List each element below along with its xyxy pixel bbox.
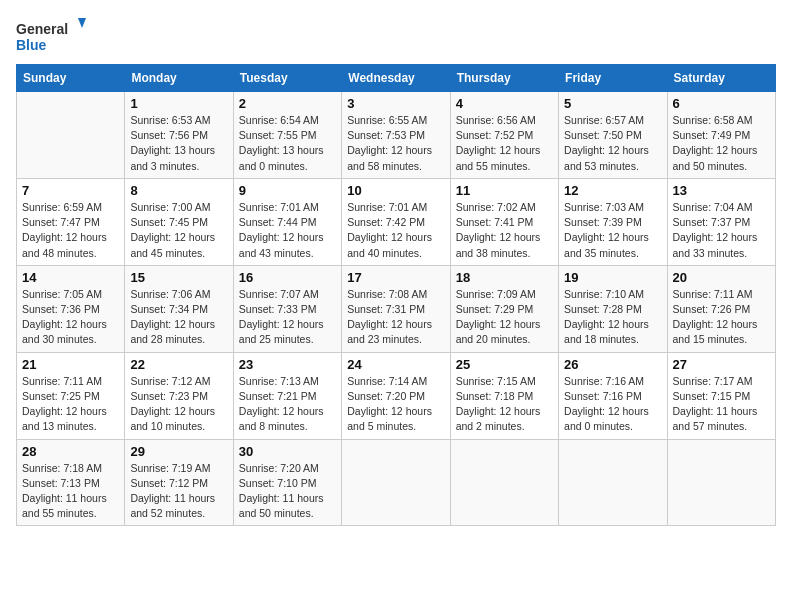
day-info: Sunrise: 7:09 AMSunset: 7:29 PMDaylight:… [456, 287, 553, 348]
day-cell: 13Sunrise: 7:04 AMSunset: 7:37 PMDayligh… [667, 178, 775, 265]
day-info: Sunrise: 7:00 AMSunset: 7:45 PMDaylight:… [130, 200, 227, 261]
day-number: 25 [456, 357, 553, 372]
weekday-header-thursday: Thursday [450, 65, 558, 92]
day-info: Sunrise: 7:06 AMSunset: 7:34 PMDaylight:… [130, 287, 227, 348]
day-info: Sunrise: 6:53 AMSunset: 7:56 PMDaylight:… [130, 113, 227, 174]
day-info: Sunrise: 7:04 AMSunset: 7:37 PMDaylight:… [673, 200, 770, 261]
day-info: Sunrise: 7:18 AMSunset: 7:13 PMDaylight:… [22, 461, 119, 522]
weekday-header-saturday: Saturday [667, 65, 775, 92]
day-cell [17, 92, 125, 179]
day-info: Sunrise: 7:07 AMSunset: 7:33 PMDaylight:… [239, 287, 336, 348]
day-number: 18 [456, 270, 553, 285]
day-cell [559, 439, 667, 526]
day-number: 6 [673, 96, 770, 111]
day-cell: 10Sunrise: 7:01 AMSunset: 7:42 PMDayligh… [342, 178, 450, 265]
day-cell: 7Sunrise: 6:59 AMSunset: 7:47 PMDaylight… [17, 178, 125, 265]
day-number: 19 [564, 270, 661, 285]
day-info: Sunrise: 7:19 AMSunset: 7:12 PMDaylight:… [130, 461, 227, 522]
day-info: Sunrise: 6:59 AMSunset: 7:47 PMDaylight:… [22, 200, 119, 261]
day-cell: 19Sunrise: 7:10 AMSunset: 7:28 PMDayligh… [559, 265, 667, 352]
day-cell: 30Sunrise: 7:20 AMSunset: 7:10 PMDayligh… [233, 439, 341, 526]
day-cell: 8Sunrise: 7:00 AMSunset: 7:45 PMDaylight… [125, 178, 233, 265]
day-info: Sunrise: 7:01 AMSunset: 7:42 PMDaylight:… [347, 200, 444, 261]
day-info: Sunrise: 7:15 AMSunset: 7:18 PMDaylight:… [456, 374, 553, 435]
weekday-header-wednesday: Wednesday [342, 65, 450, 92]
weekday-header-tuesday: Tuesday [233, 65, 341, 92]
day-cell: 23Sunrise: 7:13 AMSunset: 7:21 PMDayligh… [233, 352, 341, 439]
day-number: 26 [564, 357, 661, 372]
day-info: Sunrise: 7:08 AMSunset: 7:31 PMDaylight:… [347, 287, 444, 348]
week-row-3: 14Sunrise: 7:05 AMSunset: 7:36 PMDayligh… [17, 265, 776, 352]
day-number: 5 [564, 96, 661, 111]
day-number: 17 [347, 270, 444, 285]
day-number: 12 [564, 183, 661, 198]
day-info: Sunrise: 7:11 AMSunset: 7:26 PMDaylight:… [673, 287, 770, 348]
day-number: 23 [239, 357, 336, 372]
day-info: Sunrise: 7:11 AMSunset: 7:25 PMDaylight:… [22, 374, 119, 435]
day-number: 7 [22, 183, 119, 198]
weekday-header-monday: Monday [125, 65, 233, 92]
logo: General Blue [16, 16, 86, 56]
day-cell: 5Sunrise: 6:57 AMSunset: 7:50 PMDaylight… [559, 92, 667, 179]
week-row-1: 1Sunrise: 6:53 AMSunset: 7:56 PMDaylight… [17, 92, 776, 179]
day-cell: 16Sunrise: 7:07 AMSunset: 7:33 PMDayligh… [233, 265, 341, 352]
day-number: 14 [22, 270, 119, 285]
day-cell: 11Sunrise: 7:02 AMSunset: 7:41 PMDayligh… [450, 178, 558, 265]
day-number: 3 [347, 96, 444, 111]
day-info: Sunrise: 6:54 AMSunset: 7:55 PMDaylight:… [239, 113, 336, 174]
day-cell: 14Sunrise: 7:05 AMSunset: 7:36 PMDayligh… [17, 265, 125, 352]
day-cell: 28Sunrise: 7:18 AMSunset: 7:13 PMDayligh… [17, 439, 125, 526]
day-number: 8 [130, 183, 227, 198]
day-cell: 29Sunrise: 7:19 AMSunset: 7:12 PMDayligh… [125, 439, 233, 526]
day-number: 24 [347, 357, 444, 372]
day-info: Sunrise: 7:01 AMSunset: 7:44 PMDaylight:… [239, 200, 336, 261]
day-cell: 12Sunrise: 7:03 AMSunset: 7:39 PMDayligh… [559, 178, 667, 265]
day-cell: 17Sunrise: 7:08 AMSunset: 7:31 PMDayligh… [342, 265, 450, 352]
day-info: Sunrise: 6:57 AMSunset: 7:50 PMDaylight:… [564, 113, 661, 174]
day-number: 30 [239, 444, 336, 459]
day-cell: 26Sunrise: 7:16 AMSunset: 7:16 PMDayligh… [559, 352, 667, 439]
day-info: Sunrise: 7:05 AMSunset: 7:36 PMDaylight:… [22, 287, 119, 348]
day-number: 4 [456, 96, 553, 111]
day-number: 15 [130, 270, 227, 285]
weekday-header-row: SundayMondayTuesdayWednesdayThursdayFrid… [17, 65, 776, 92]
week-row-2: 7Sunrise: 6:59 AMSunset: 7:47 PMDaylight… [17, 178, 776, 265]
svg-text:General: General [16, 21, 68, 37]
day-info: Sunrise: 7:14 AMSunset: 7:20 PMDaylight:… [347, 374, 444, 435]
svg-marker-2 [78, 18, 86, 28]
day-info: Sunrise: 6:55 AMSunset: 7:53 PMDaylight:… [347, 113, 444, 174]
day-cell [342, 439, 450, 526]
day-number: 16 [239, 270, 336, 285]
day-number: 20 [673, 270, 770, 285]
day-info: Sunrise: 7:03 AMSunset: 7:39 PMDaylight:… [564, 200, 661, 261]
logo-icon: General Blue [16, 16, 86, 56]
day-cell [450, 439, 558, 526]
day-number: 10 [347, 183, 444, 198]
day-info: Sunrise: 7:13 AMSunset: 7:21 PMDaylight:… [239, 374, 336, 435]
day-number: 22 [130, 357, 227, 372]
day-info: Sunrise: 7:17 AMSunset: 7:15 PMDaylight:… [673, 374, 770, 435]
day-number: 11 [456, 183, 553, 198]
day-cell: 24Sunrise: 7:14 AMSunset: 7:20 PMDayligh… [342, 352, 450, 439]
calendar-table: SundayMondayTuesdayWednesdayThursdayFrid… [16, 64, 776, 526]
page-header: General Blue [16, 16, 776, 56]
day-number: 9 [239, 183, 336, 198]
day-number: 28 [22, 444, 119, 459]
day-info: Sunrise: 7:10 AMSunset: 7:28 PMDaylight:… [564, 287, 661, 348]
day-number: 13 [673, 183, 770, 198]
week-row-5: 28Sunrise: 7:18 AMSunset: 7:13 PMDayligh… [17, 439, 776, 526]
day-cell: 20Sunrise: 7:11 AMSunset: 7:26 PMDayligh… [667, 265, 775, 352]
day-cell [667, 439, 775, 526]
day-number: 2 [239, 96, 336, 111]
day-cell: 25Sunrise: 7:15 AMSunset: 7:18 PMDayligh… [450, 352, 558, 439]
week-row-4: 21Sunrise: 7:11 AMSunset: 7:25 PMDayligh… [17, 352, 776, 439]
weekday-header-sunday: Sunday [17, 65, 125, 92]
day-info: Sunrise: 7:16 AMSunset: 7:16 PMDaylight:… [564, 374, 661, 435]
day-cell: 9Sunrise: 7:01 AMSunset: 7:44 PMDaylight… [233, 178, 341, 265]
day-cell: 21Sunrise: 7:11 AMSunset: 7:25 PMDayligh… [17, 352, 125, 439]
day-cell: 2Sunrise: 6:54 AMSunset: 7:55 PMDaylight… [233, 92, 341, 179]
day-info: Sunrise: 7:02 AMSunset: 7:41 PMDaylight:… [456, 200, 553, 261]
day-number: 29 [130, 444, 227, 459]
day-cell: 1Sunrise: 6:53 AMSunset: 7:56 PMDaylight… [125, 92, 233, 179]
day-info: Sunrise: 7:20 AMSunset: 7:10 PMDaylight:… [239, 461, 336, 522]
